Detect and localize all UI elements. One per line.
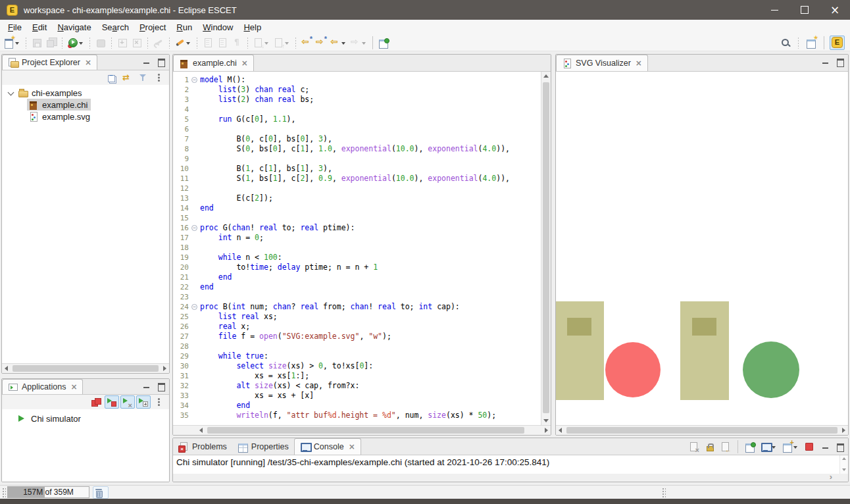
link-with-editor-button[interactable] <box>120 71 135 84</box>
code-line-28[interactable]: 28 <box>173 341 540 351</box>
scroll-lock-button[interactable] <box>703 440 717 454</box>
code-line-18[interactable]: 18 <box>173 243 540 253</box>
auto-remove-button[interactable] <box>120 395 135 409</box>
chevron-more-icon[interactable]: › <box>830 472 832 482</box>
search-button[interactable] <box>778 36 793 50</box>
dropdown-arrow-icon[interactable] <box>14 38 20 48</box>
tab-close-icon[interactable]: × <box>349 442 355 451</box>
fold-collapse-icon[interactable]: − <box>191 77 197 83</box>
scroll-right-icon[interactable] <box>839 426 848 435</box>
display-console-button[interactable] <box>759 440 779 454</box>
dropdown-arrow-icon[interactable] <box>771 441 777 452</box>
tab-svg-visualizer[interactable]: SVG Visualizer× <box>556 55 648 71</box>
next-edit-location-button[interactable] <box>314 36 328 50</box>
tab-close-icon[interactable]: × <box>85 58 91 67</box>
scrollbar-thumb[interactable] <box>566 427 838 434</box>
code-line-10[interactable]: 10 B(1, c[1], bs[1], 3), <box>173 164 540 174</box>
terminate-button[interactable] <box>802 440 816 454</box>
maximize-view-button[interactable] <box>835 57 845 66</box>
tab-properties[interactable]: Properties <box>232 438 294 455</box>
save-all-button[interactable] <box>44 36 59 50</box>
show-source-button[interactable] <box>215 36 230 50</box>
maximize-view-button[interactable] <box>835 442 845 451</box>
tab-project-explorer[interactable]: Project Explorer× <box>2 55 97 70</box>
highlighting-button[interactable] <box>173 36 193 50</box>
scroll-right-icon[interactable] <box>541 426 551 435</box>
console-vscrollbar[interactable] <box>839 455 848 474</box>
editor-hscrollbar[interactable] <box>173 425 551 435</box>
scroll-up-icon[interactable] <box>541 72 551 81</box>
code-line-33[interactable]: 33 xs = xs + [x] <box>173 391 540 401</box>
code-editor[interactable]: 1−model M():2 list(3) chan real c;3 list… <box>173 72 551 425</box>
dropdown-arrow-icon[interactable] <box>78 38 84 48</box>
code-line-22[interactable]: 22end <box>173 282 540 292</box>
code-line-13[interactable]: 13 E(c[2]); <box>173 193 540 203</box>
code-line-6[interactable]: 6 <box>173 124 540 134</box>
clear-console-button[interactable] <box>687 440 701 454</box>
external-tools-button[interactable] <box>151 36 166 50</box>
menu-item-navigate[interactable]: Navigate <box>52 21 96 34</box>
editor-vscrollbar[interactable] <box>541 72 551 425</box>
maximize-view-button[interactable] <box>156 57 166 66</box>
code-line-26[interactable]: 26 real x; <box>173 322 540 332</box>
horizontal-sash[interactable] <box>1 374 170 378</box>
code-line-2[interactable]: 2 list(3) chan real c; <box>173 85 540 95</box>
tab-example-chi[interactable]: example.chi× <box>173 55 254 71</box>
window-minimize-button[interactable] <box>759 0 789 20</box>
build-button[interactable] <box>93 36 108 50</box>
auto-terminate-button[interactable] <box>105 395 119 409</box>
tree-item-chi-examples[interactable]: chi-examples <box>2 87 169 99</box>
open-perspective-button[interactable] <box>804 36 818 50</box>
code-line-25[interactable]: 25 list real xs; <box>173 312 540 322</box>
word-wrap-button[interactable] <box>718 440 733 454</box>
minimize-view-button[interactable] <box>141 382 152 391</box>
collapse-all-button[interactable] <box>105 71 119 84</box>
code-line-31[interactable]: 31 xs = xs[1:]; <box>173 371 540 381</box>
code-line-9[interactable]: 9 <box>173 154 540 164</box>
code-line-16[interactable]: 16−proc G(chan! real to; real ptime): <box>173 223 540 233</box>
scroll-right-icon[interactable] <box>160 364 169 373</box>
forward-history-button[interactable] <box>349 36 369 50</box>
tab-applications[interactable]: Applications× <box>2 379 83 394</box>
dropdown-arrow-icon[interactable] <box>793 441 799 452</box>
scroll-left-icon[interactable] <box>197 426 206 435</box>
expand-all-button[interactable] <box>115 36 130 50</box>
maximize-view-button[interactable] <box>156 382 166 391</box>
code-line-14[interactable]: 14end <box>173 203 540 213</box>
menu-item-edit[interactable]: Edit <box>27 21 52 34</box>
menu-item-window[interactable]: Window <box>197 21 238 34</box>
back-history-button[interactable] <box>328 36 349 50</box>
tree-item-example-svg[interactable]: example.svg <box>2 111 169 122</box>
code-line-21[interactable]: 21 end <box>173 272 540 282</box>
dropdown-arrow-icon[interactable] <box>284 38 290 48</box>
code-line-15[interactable]: 15 <box>173 213 540 223</box>
minimize-view-button[interactable] <box>820 57 831 66</box>
menu-item-help[interactable]: Help <box>238 21 266 34</box>
code-line-34[interactable]: 34 end <box>173 401 540 411</box>
code-line-30[interactable]: 30 select size(xs) > 0, to!xs[0]: <box>173 361 540 371</box>
menu-item-project[interactable]: Project <box>134 21 171 34</box>
view-menu-button[interactable] <box>152 395 166 409</box>
save-button[interactable] <box>30 36 44 50</box>
code-line-35[interactable]: 35 writeln(f, "attr buf%d.height = %d", … <box>173 411 540 420</box>
code-line-24[interactable]: 24−proc B(int num; chan? real from; chan… <box>173 302 540 312</box>
code-line-20[interactable]: 20 to!time; delay ptime; n = n + 1 <box>173 263 540 272</box>
fold-collapse-icon[interactable]: − <box>191 225 197 231</box>
window-close-button[interactable]: × <box>820 0 850 20</box>
minimize-view-button[interactable] <box>141 57 152 66</box>
compare-doc-button[interactable] <box>201 36 215 50</box>
tab-close-icon[interactable]: × <box>70 382 77 391</box>
application-chi-simulator[interactable]: Chi simulator <box>2 413 169 424</box>
menu-item-run[interactable]: Run <box>171 21 197 34</box>
new-wizard-button[interactable] <box>2 36 22 50</box>
dropdown-arrow-icon[interactable] <box>341 38 347 48</box>
code-line-17[interactable]: 17 int n = 0; <box>173 233 540 243</box>
code-line-19[interactable]: 19 while n < 100: <box>173 253 540 263</box>
fold-collapse-icon[interactable]: − <box>191 304 197 310</box>
code-line-11[interactable]: 11 S(1, bs[1], c[2], 0.9, exponential(10… <box>173 174 540 184</box>
tab-close-icon[interactable]: × <box>636 59 642 68</box>
svg-hscrollbar[interactable] <box>556 425 848 435</box>
last-edit-location-button[interactable] <box>299 36 314 50</box>
open-console-button[interactable] <box>780 440 801 454</box>
show-whitespace-button[interactable] <box>230 36 244 50</box>
